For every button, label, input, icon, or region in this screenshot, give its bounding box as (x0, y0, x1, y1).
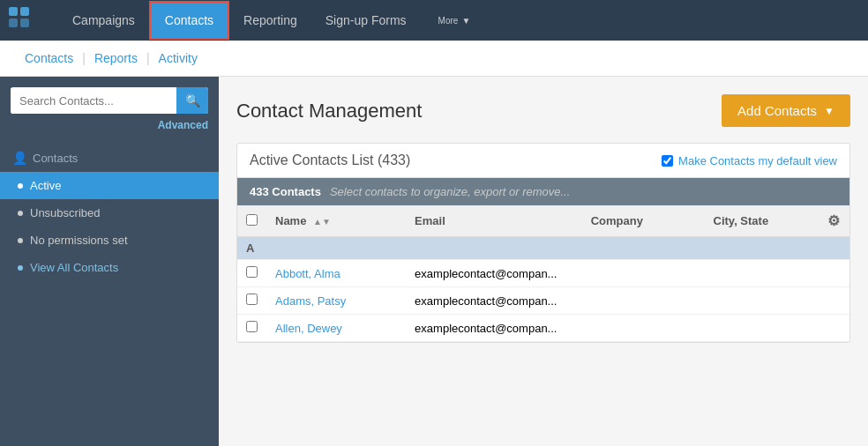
dropdown-arrow-icon: ▼ (824, 105, 834, 117)
header-email: Email (406, 205, 582, 237)
nav-item-signup-forms[interactable]: Sign-up Forms (311, 3, 421, 38)
nav-item-campaigns[interactable]: Campaigns (58, 3, 149, 38)
contacts-icon: 👤 (12, 151, 27, 165)
row-company-0 (582, 260, 705, 287)
svg-rect-1 (20, 7, 29, 16)
contacts-panel: Active Contacts List (433) Make Contacts… (236, 143, 850, 343)
select-all-checkbox[interactable] (246, 214, 258, 226)
add-contacts-label: Add Contacts (737, 103, 817, 118)
sub-nav-reports[interactable]: Reports (87, 48, 145, 69)
contacts-table-body: A Abbott, Alma examplecontact@compan... … (237, 237, 849, 342)
contacts-count: 433 Contacts (250, 185, 321, 198)
page-header: Contact Management Add Contacts ▼ (236, 94, 850, 127)
sidebar-item-no-permissions-label: No permissions set (30, 234, 128, 247)
nav-item-reporting[interactable]: Reporting (229, 3, 311, 38)
default-view-checkbox[interactable] (662, 155, 673, 167)
logo (9, 7, 41, 34)
sub-nav-contacts[interactable]: Contacts (18, 48, 80, 69)
settings-gear-icon[interactable]: ⚙ (827, 213, 840, 228)
sidebar: 🔍 Advanced 👤 Contacts Active Unsubscribe… (0, 77, 219, 446)
header-company: Company (582, 205, 705, 237)
nav-items: Campaigns Contacts Reporting Sign-up For… (58, 1, 484, 40)
header-city: City, State (705, 205, 818, 237)
search-box: 🔍 Advanced (0, 77, 219, 142)
row-email-0: examplecontact@compan... (406, 260, 582, 287)
search-button[interactable]: 🔍 (176, 87, 208, 114)
chevron-down-icon: ▼ (461, 16, 470, 26)
row-settings-2 (818, 315, 849, 342)
row-name-1: Adams, Patsy (266, 287, 406, 315)
advanced-search-link[interactable]: Advanced (158, 119, 208, 131)
contact-link-0[interactable]: Abbott, Alma (275, 267, 340, 280)
sidebar-item-no-permissions[interactable]: No permissions set (0, 227, 219, 254)
header-name[interactable]: Name ▲▼ (266, 205, 406, 237)
table-row: Adams, Patsy examplecontact@compan... (237, 287, 849, 315)
row-name-2: Allen, Dewey (266, 315, 406, 342)
view-all-dot (18, 265, 23, 271)
default-view-text: Make Contacts my default view (678, 154, 837, 167)
header-settings: ⚙ (818, 205, 849, 237)
row-check-2 (237, 315, 266, 342)
svg-rect-0 (9, 7, 18, 16)
row-city-2 (705, 315, 818, 342)
row-company-2 (582, 315, 705, 342)
top-nav: Campaigns Contacts Reporting Sign-up For… (0, 0, 868, 41)
advanced-link: Advanced (11, 117, 208, 131)
table-header: Name ▲▼ Email Company City, State ⚙ (237, 205, 849, 237)
row-name-0: Abbott, Alma (266, 260, 406, 287)
table-row: Abbott, Alma examplecontact@compan... (237, 260, 849, 287)
nav-item-more[interactable]: More ▼ (421, 5, 485, 36)
contacts-panel-title: Active Contacts List (433) (250, 152, 410, 168)
contacts-panel-header: Active Contacts List (433) Make Contacts… (237, 144, 849, 178)
contacts-table: Name ▲▼ Email Company City, State ⚙ A (237, 205, 849, 342)
row-check-0 (237, 260, 266, 287)
add-contacts-button[interactable]: Add Contacts ▼ (722, 94, 850, 127)
default-view-label[interactable]: Make Contacts my default view (662, 154, 837, 167)
row-checkbox-2[interactable] (246, 321, 258, 332)
active-dot (18, 183, 23, 189)
section-row-a: A (237, 237, 849, 260)
row-settings-0 (818, 260, 849, 287)
contacts-count-message: Select contacts to organize, export or r… (330, 185, 570, 198)
row-email-2: examplecontact@compan... (406, 315, 582, 342)
sidebar-item-view-all[interactable]: View All Contacts (0, 254, 219, 281)
row-checkbox-1[interactable] (246, 294, 258, 305)
contact-link-1[interactable]: Adams, Patsy (275, 294, 346, 308)
header-check (237, 205, 266, 237)
contacts-count-bar: 433 Contacts Select contacts to organize… (237, 178, 849, 205)
row-email-1: examplecontact@compan... (406, 287, 582, 315)
row-settings-1 (818, 287, 849, 315)
sidebar-section-title: 👤 Contacts (12, 151, 206, 165)
row-check-1 (237, 287, 266, 315)
search-input[interactable] (11, 88, 176, 114)
sub-nav-activity[interactable]: Activity (152, 48, 205, 69)
row-city-1 (705, 287, 818, 315)
sub-nav: Contacts | Reports | Activity (0, 41, 868, 77)
svg-rect-3 (20, 19, 29, 27)
sidebar-item-unsubscribed-label: Unsubscribed (30, 206, 101, 219)
sidebar-item-unsubscribed[interactable]: Unsubscribed (0, 199, 219, 227)
name-sort-icon: ▲▼ (313, 217, 331, 227)
row-company-1 (582, 287, 705, 315)
sidebar-item-active-label: Active (30, 179, 61, 192)
unsubscribed-dot (18, 211, 23, 216)
contact-link-2[interactable]: Allen, Dewey (275, 322, 342, 335)
svg-rect-2 (9, 19, 18, 27)
no-permissions-dot (18, 238, 23, 243)
main-content: 🔍 Advanced 👤 Contacts Active Unsubscribe… (0, 77, 868, 446)
nav-item-contacts[interactable]: Contacts (149, 1, 229, 40)
sidebar-contacts-section: 👤 Contacts (0, 142, 219, 168)
row-city-0 (705, 260, 818, 287)
right-content: Contact Management Add Contacts ▼ Active… (219, 77, 868, 446)
page-title: Contact Management (236, 100, 422, 123)
table-row: Allen, Dewey examplecontact@compan... (237, 315, 849, 342)
sidebar-items: Active Unsubscribed No permissions set V… (0, 168, 219, 285)
view-all-label: View All Contacts (30, 261, 118, 274)
row-checkbox-0[interactable] (246, 266, 258, 278)
search-input-wrap: 🔍 (11, 87, 208, 114)
sidebar-item-active[interactable]: Active (0, 172, 219, 199)
section-letter-a: A (237, 237, 849, 260)
